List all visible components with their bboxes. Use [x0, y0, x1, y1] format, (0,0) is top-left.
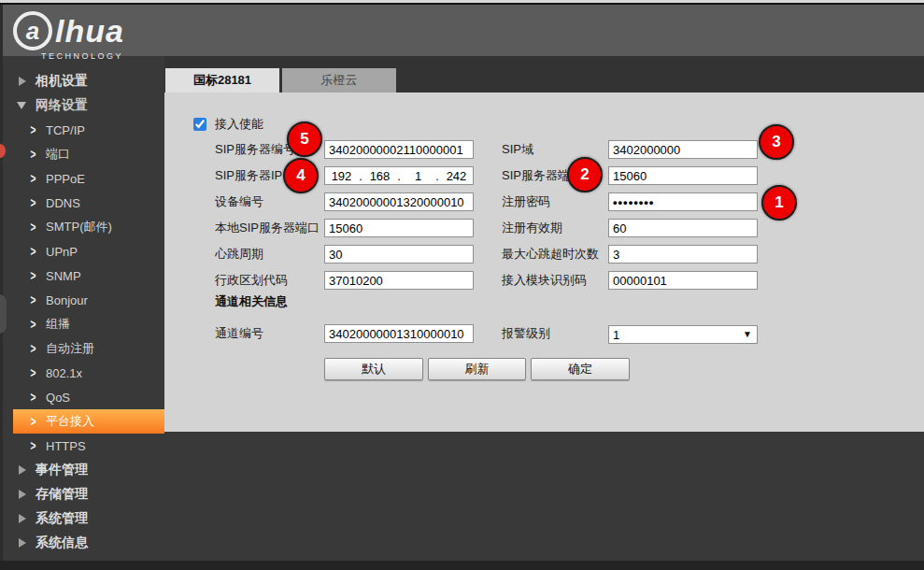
sidebar-item-label: 网络设置	[36, 97, 88, 114]
sidebar-item-label: QoS	[46, 391, 70, 405]
chevron-right-icon: >	[31, 389, 36, 406]
logo-a-icon: a	[13, 11, 52, 50]
admin-region-code-input[interactable]	[324, 271, 474, 290]
sidebar-item-label: PPPoE	[46, 172, 85, 186]
triangle-right-icon	[19, 77, 26, 86]
enable-access-checkbox[interactable]	[193, 118, 206, 131]
annotation-circle-3: 3	[759, 124, 794, 160]
sidebar-item-label: SNMP	[46, 269, 81, 283]
sip-domain-input[interactable]	[608, 140, 758, 159]
sidebar-item-label: Bonjour	[46, 293, 88, 307]
sidebar-item-network-settings[interactable]: 网络设置	[3, 93, 164, 118]
sidebar-item-label: 自动注册	[46, 340, 94, 357]
sidebar-item-event-management[interactable]: 事件管理	[3, 458, 164, 482]
sidebar-item-camera-settings[interactable]: 相机设置	[3, 69, 164, 93]
ip-octet-3[interactable]: 1	[402, 169, 434, 183]
annotation-circle-5: 5	[287, 121, 322, 157]
sidebar-item-bonjour[interactable]: > Bonjour	[3, 288, 164, 312]
max-heartbeat-timeouts-input[interactable]	[608, 245, 758, 264]
sidebar-item-label: TCP/IP	[46, 123, 85, 137]
sidebar-item-label: 组播	[46, 316, 70, 333]
chevron-right-icon: >	[31, 364, 36, 381]
sip-server-id-input[interactable]	[324, 140, 474, 159]
triangle-down-icon	[17, 102, 26, 109]
sidebar-item-https[interactable]: > HTTPS	[3, 434, 164, 458]
chevron-right-icon: >	[31, 194, 36, 211]
sidebar-item-smtp[interactable]: > SMTP(邮件)	[3, 215, 164, 239]
header-bar: a lhua TECHNOLOGY	[0, 5, 924, 56]
max-heartbeat-timeouts-label: 最大心跳超时次数	[502, 245, 599, 264]
annotation-circle-4: 4	[283, 158, 319, 193]
channel-id-label: 通道编号	[215, 324, 263, 343]
sidebar-item-auto-register[interactable]: > 自动注册	[3, 336, 164, 361]
sidebar-item-multicast[interactable]: > 组播	[3, 312, 164, 336]
confirm-button[interactable]: 确定	[531, 358, 630, 380]
sidebar-item-platform-access[interactable]: > 平台接入	[3, 409, 164, 434]
logo-wordmark: lhua	[55, 15, 124, 47]
tab-gb28181[interactable]: 国标28181	[165, 68, 279, 93]
chevron-right-icon: >	[31, 146, 36, 163]
heartbeat-period-input[interactable]	[324, 245, 474, 264]
enable-access-label: 接入使能	[215, 116, 263, 133]
device-id-label: 设备编号	[215, 192, 263, 211]
access-module-id-input[interactable]	[608, 271, 758, 290]
refresh-button[interactable]: 刷新	[428, 358, 526, 380]
admin-region-code-label: 行政区划代码	[215, 271, 288, 290]
alarm-level-label: 报警级别	[502, 324, 550, 343]
sip-domain-label: SIP域	[502, 140, 533, 159]
chevron-right-icon: >	[31, 316, 36, 333]
sip-server-ip-label: SIP服务器IP	[215, 166, 282, 185]
sidebar-item-label: SMTP(邮件)	[46, 219, 112, 235]
sidebar-item-label: 端口	[46, 146, 70, 163]
sip-server-ip-input[interactable]: 192 . 168 . 1 . 242	[324, 166, 474, 185]
chevron-right-icon: >	[31, 340, 36, 357]
sidebar-item-label: HTTPS	[46, 439, 86, 453]
sidebar-item-label: 802.1x	[46, 366, 82, 380]
triangle-right-icon	[19, 465, 26, 475]
channel-info-section-title: 通道相关信息	[215, 293, 288, 310]
sidebar-item-label: UPnP	[46, 245, 78, 259]
ip-octet-2[interactable]: 168	[363, 169, 396, 183]
chevron-right-icon: >	[31, 219, 36, 235]
chevron-right-icon: >	[31, 413, 36, 430]
sidebar-item-upnp[interactable]: > UPnP	[3, 239, 164, 264]
chevron-right-icon: >	[31, 292, 36, 308]
gb28181-settings-panel: 接入使能 SIP服务器编号 SIP域 SIP服务器IP 192 . 168 . …	[164, 93, 924, 432]
sidebar-item-label: 事件管理	[36, 462, 88, 478]
chevron-right-icon: >	[31, 437, 36, 454]
sidebar-item-label: 相机设置	[36, 73, 88, 90]
sidebar-item-tcpip[interactable]: > TCP/IP	[3, 118, 164, 142]
chevron-right-icon: >	[31, 170, 36, 187]
ip-octet-1[interactable]: 192	[325, 169, 358, 183]
sidebar-item-system-info[interactable]: 系统信息	[3, 531, 164, 555]
sidebar-item-qos[interactable]: > QoS	[3, 385, 164, 409]
local-sip-server-port-input[interactable]	[324, 219, 474, 237]
default-button[interactable]: 默认	[324, 358, 423, 380]
sidebar-item-port[interactable]: > 端口	[3, 142, 164, 166]
sidebar-item-ddns[interactable]: > DDNS	[3, 191, 164, 215]
sidebar-item-system-management[interactable]: 系统管理	[3, 506, 164, 531]
ip-octet-4[interactable]: 242	[440, 169, 473, 183]
dahua-logo: a lhua TECHNOLOGY	[13, 11, 124, 61]
dahua-config-screen: a lhua TECHNOLOGY 相机设置 网络设置 > TCP/IP > 端…	[0, 0, 924, 570]
triangle-right-icon	[19, 490, 26, 499]
channel-id-input[interactable]	[324, 324, 474, 343]
alarm-level-select[interactable]: 1	[608, 325, 758, 344]
register-validity-input[interactable]	[608, 219, 758, 237]
sidebar-item-label: 存储管理	[36, 486, 88, 503]
local-sip-server-port-label: 本地SIP服务器端口	[215, 219, 320, 237]
sidebar-item-8021x[interactable]: > 802.1x	[3, 361, 164, 385]
sidebar-item-storage-management[interactable]: 存储管理	[3, 482, 164, 506]
register-password-input[interactable]	[608, 192, 758, 211]
sidebar-item-pppoe[interactable]: > PPPoE	[3, 166, 164, 191]
tab-lechengyun[interactable]: 乐橙云	[282, 68, 396, 93]
sidebar-item-snmp[interactable]: > SNMP	[3, 264, 164, 288]
sidebar-item-label: 平台接入	[46, 413, 94, 430]
device-id-input[interactable]	[324, 192, 474, 211]
triangle-right-icon	[19, 538, 26, 548]
tab-bar: 国标28181 乐橙云	[164, 56, 924, 93]
chevron-right-icon: >	[31, 243, 36, 260]
logo-subtitle: TECHNOLOGY	[41, 52, 124, 61]
sip-server-port-input[interactable]	[608, 166, 758, 185]
triangle-right-icon	[19, 514, 26, 523]
